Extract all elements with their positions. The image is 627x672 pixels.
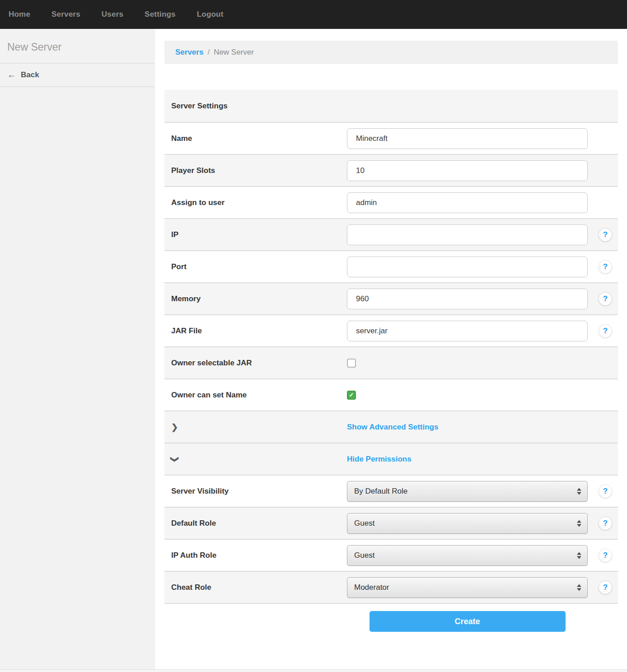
nav-item-home[interactable]: Home xyxy=(9,10,30,19)
assign-to-user-input[interactable] xyxy=(347,192,588,213)
back-arrow-icon: ← xyxy=(7,70,16,80)
server-visibility-label: Server Visibility xyxy=(171,487,347,496)
assign-to-user-label: Assign to user xyxy=(171,198,347,207)
server-settings-form: Server Settings Name Player Slots Assign… xyxy=(164,90,618,632)
server-visibility-select[interactable]: By Default Role xyxy=(347,481,588,502)
ip-auth-role-select[interactable]: Guest xyxy=(347,545,588,566)
server-visibility-selected-value: By Default Role xyxy=(354,487,407,496)
form-row-ip-auth-role: IP Auth Role Guest ? xyxy=(164,539,618,571)
form-row-memory: Memory ? xyxy=(164,282,618,314)
form-section-header-row: Server Settings xyxy=(164,90,618,122)
default-role-label: Default Role xyxy=(171,519,347,528)
jar-file-input[interactable] xyxy=(347,321,588,341)
owner-can-set-name-label: Owner can set Name xyxy=(171,391,347,400)
form-row-default-role: Default Role Guest ? xyxy=(164,507,618,539)
chevron-right-icon: ❯ xyxy=(171,422,178,432)
ip-auth-role-label: IP Auth Role xyxy=(171,551,347,560)
form-row-player-slots: Player Slots xyxy=(164,154,618,186)
owner-selectable-jar-checkbox[interactable]: ✓ xyxy=(347,359,356,368)
memory-input[interactable] xyxy=(347,289,588,309)
form-section-title: Server Settings xyxy=(171,102,347,111)
cheat-role-label: Cheat Role xyxy=(171,583,347,592)
cheat-role-select[interactable]: Moderator xyxy=(347,577,588,598)
ip-input[interactable] xyxy=(347,224,588,245)
ip-label: IP xyxy=(171,230,347,239)
name-label: Name xyxy=(171,134,347,143)
top-navbar: Home Servers Users Settings Logout xyxy=(0,0,627,29)
owner-can-set-name-checkbox[interactable]: ✓ xyxy=(347,391,356,400)
breadcrumb-servers-link[interactable]: Servers xyxy=(175,48,203,57)
form-row-owner-selectable-jar: Owner selectable JAR ✓ xyxy=(164,346,618,378)
form-row-jar-file: JAR File ? xyxy=(164,314,618,346)
form-row-owner-can-set-name: Owner can set Name ✓ xyxy=(164,378,618,411)
show-advanced-settings-link[interactable]: Show Advanced Settings xyxy=(347,423,438,432)
cheat-role-selected-value: Moderator xyxy=(354,583,389,592)
nav-item-servers[interactable]: Servers xyxy=(51,10,80,19)
form-row-cheat-role: Cheat Role Moderator ? xyxy=(164,571,618,603)
main-content: Servers / New Server Server Settings Nam… xyxy=(155,29,627,632)
chevron-down-icon: ❯ xyxy=(170,456,180,462)
form-row-assign-to-user: Assign to user xyxy=(164,186,618,218)
form-row-ip: IP ? xyxy=(164,218,618,250)
default-role-help-icon[interactable]: ? xyxy=(599,517,612,530)
player-slots-input[interactable] xyxy=(347,160,588,181)
breadcrumb: Servers / New Server xyxy=(164,41,618,64)
breadcrumb-separator: / xyxy=(207,48,210,57)
checkmark-icon: ✓ xyxy=(349,392,354,398)
create-button[interactable]: Create xyxy=(370,611,566,632)
form-row-name: Name xyxy=(164,122,618,154)
permissions-toggle-row[interactable]: ❯ Hide Permissions xyxy=(164,443,618,475)
default-role-selected-value: Guest xyxy=(354,519,374,528)
jar-file-help-icon[interactable]: ? xyxy=(599,325,612,337)
ip-help-icon[interactable]: ? xyxy=(599,229,612,241)
server-visibility-help-icon[interactable]: ? xyxy=(599,485,612,498)
default-role-select[interactable]: Guest xyxy=(347,513,588,534)
select-arrows-icon xyxy=(577,552,581,559)
memory-label: Memory xyxy=(171,294,347,303)
breadcrumb-current: New Server xyxy=(214,48,254,57)
form-row-server-visibility: Server Visibility By Default Role ? xyxy=(164,475,618,507)
sidebar: New Server ← Back xyxy=(0,29,155,672)
form-row-port: Port ? xyxy=(164,250,618,282)
hide-permissions-link[interactable]: Hide Permissions xyxy=(347,455,412,464)
back-button[interactable]: ← Back xyxy=(0,64,154,87)
nav-item-users[interactable]: Users xyxy=(102,10,123,19)
select-arrows-icon xyxy=(577,584,581,591)
name-input[interactable] xyxy=(347,128,588,149)
page-bottom-divider xyxy=(0,669,627,672)
nav-item-logout[interactable]: Logout xyxy=(197,10,224,19)
advanced-settings-toggle-row[interactable]: ❯ Show Advanced Settings xyxy=(164,411,618,443)
port-help-icon[interactable]: ? xyxy=(599,261,612,273)
owner-selectable-jar-label: Owner selectable JAR xyxy=(171,359,347,368)
form-footer: Create xyxy=(164,603,618,632)
ip-auth-role-help-icon[interactable]: ? xyxy=(599,549,612,562)
nav-item-settings[interactable]: Settings xyxy=(145,10,176,19)
back-label: Back xyxy=(21,70,39,79)
cheat-role-help-icon[interactable]: ? xyxy=(599,581,612,594)
memory-help-icon[interactable]: ? xyxy=(599,293,612,305)
sidebar-page-title: New Server xyxy=(0,29,154,64)
jar-file-label: JAR File xyxy=(171,327,347,336)
select-arrows-icon xyxy=(577,520,581,527)
ip-auth-role-selected-value: Guest xyxy=(354,551,374,560)
player-slots-label: Player Slots xyxy=(171,166,347,175)
port-label: Port xyxy=(171,262,347,271)
port-input[interactable] xyxy=(347,257,588,277)
select-arrows-icon xyxy=(577,488,581,495)
